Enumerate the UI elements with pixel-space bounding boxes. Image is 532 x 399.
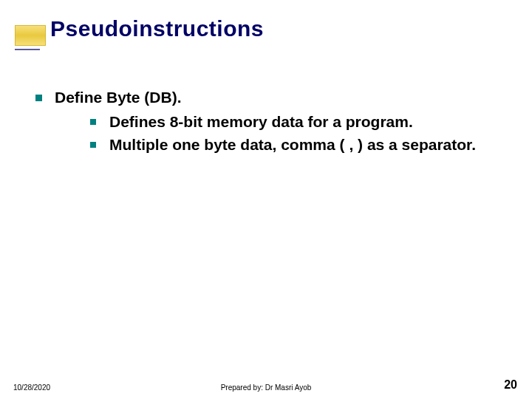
bullet-level1: Define Byte (DB). Defines 8-bit memory d… bbox=[30, 87, 510, 156]
square-bullet-icon bbox=[90, 119, 96, 125]
bullet-text: Defines 8-bit memory data for a program. bbox=[109, 113, 413, 130]
square-bullet-icon bbox=[90, 142, 96, 148]
accent-box bbox=[15, 25, 46, 46]
content: Define Byte (DB). Defines 8-bit memory d… bbox=[30, 87, 510, 156]
page-title: Pseudoinstructions bbox=[50, 16, 264, 41]
footer-pagenum: 20 bbox=[504, 378, 517, 392]
bullet-level2: Multiple one byte data, comma ( , ) as a… bbox=[55, 134, 510, 156]
sub-bullets: Defines 8-bit memory data for a program.… bbox=[55, 112, 510, 156]
footer-author: Prepared by: Dr Masri Ayob bbox=[0, 383, 532, 392]
slide: Pseudoinstructions Define Byte (DB). Def… bbox=[0, 0, 532, 399]
bullet-text: Multiple one byte data, comma ( , ) as a… bbox=[109, 136, 476, 153]
bullet-text: Define Byte (DB). bbox=[55, 89, 182, 106]
title-underline bbox=[15, 49, 40, 50]
title-block: Pseudoinstructions bbox=[15, 16, 264, 41]
bullet-level2: Defines 8-bit memory data for a program. bbox=[55, 112, 510, 133]
square-bullet-icon bbox=[35, 95, 42, 101]
